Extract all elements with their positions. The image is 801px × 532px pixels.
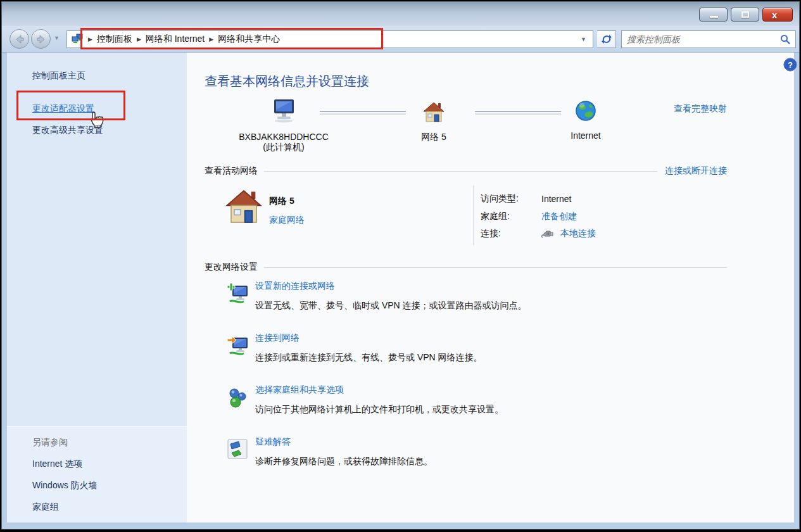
new-connection-icon [226,281,250,312]
house-icon [422,101,445,124]
active-network-name: 网络 5 [269,196,294,207]
magnifier-icon[interactable] [780,34,795,44]
screen-edge [0,529,801,532]
breadcrumb-separator[interactable]: ▶ [137,36,141,42]
change-settings-caption: 更改网络设置 [205,262,258,273]
see-also-panel: 另请参阅 Internet 选项 Windows 防火墙 家庭组 [7,426,187,522]
task-title-connect-to-network[interactable]: 连接到网络 [255,332,482,344]
sidebar-item-control-panel-home[interactable]: 控制面板主页 [32,70,85,82]
refresh-icon [602,34,612,44]
access-type-label: 访问类型: [481,193,536,205]
view-full-map-link[interactable]: 查看完整映射 [674,103,727,115]
see-also-title: 另请参阅 [32,437,68,448]
window-controls: x [696,8,793,22]
page-title: 查看基本网络信息并设置连接 [205,73,369,90]
active-network-category-link[interactable]: 家庭网络 [269,215,305,226]
access-type-value: Internet [541,194,571,204]
sidebar-item-homegroup[interactable]: 家庭组 [32,502,59,513]
map-connector-line [320,111,406,115]
house-icon [225,187,263,226]
address-dropdown-arrow[interactable]: ▼ [574,36,593,42]
task-title-setup-new-connection[interactable]: 设置新的连接或网络 [255,281,527,292]
troubleshoot-icon [226,436,250,467]
search-input[interactable] [622,31,780,48]
computer-icon [270,98,298,124]
ethernet-icon [541,229,555,238]
sidebar-item-windows-firewall[interactable]: Windows 防火墙 [32,480,98,491]
forward-button[interactable] [31,29,51,49]
divider [264,267,727,268]
back-button[interactable] [9,29,29,49]
main-panel: 查看基本网络信息并设置连接 ? BXBJAKK8HDDH [187,53,794,522]
breadcrumb-network-sharing-center[interactable]: 网络和共享中心 [218,34,280,45]
task-desc-choose-homegroup-sharing: 访问位于其他网络计算机上的文件和打印机，或更改共享设置。 [255,404,503,415]
task-desc-connect-to-network: 连接到或重新连接到无线、有线、拨号或 VPN 网络连接。 [255,352,482,364]
detail-row-homegroup: 家庭组: 准备创建 [481,211,577,222]
svg-text:?: ? [788,60,793,70]
minimize-icon [710,16,718,18]
detail-row-connections: 连接: 本地连接 [481,228,596,239]
globe-icon [574,99,597,122]
content-area: 控制面板主页 更改适配器设置 更改高级共享设置 另请参阅 Internet 选项… [7,53,794,522]
breadcrumb-root-arrow[interactable]: ▶ [88,36,92,42]
search-box [621,30,796,48]
sidebar-item-internet-options[interactable]: Internet 选项 [32,459,82,470]
help-button[interactable]: ? [783,58,797,73]
task-setup-new-connection[interactable]: 设置新的连接或网络 设置无线、宽带、拨号、临时或 VPN 连接；或设置路由器或访… [226,281,527,312]
connect-disconnect-link[interactable]: 连接或断开连接 [665,165,727,177]
address-bar[interactable]: ▶ 控制面板 ▶ 网络和 Internet ▶ 网络和共享中心 ▼ [66,30,593,48]
local-connection-link[interactable]: 本地连接 [560,228,596,239]
network-location-icon [71,34,84,45]
divider [264,171,657,172]
active-network-icon[interactable] [225,187,263,228]
breadcrumb-network-internet[interactable]: 网络和 Internet [146,34,205,45]
homegroup-label: 家庭组: [481,211,536,222]
homegroup-ready-link[interactable]: 准备创建 [541,211,577,222]
sidebar: 控制面板主页 更改适配器设置 更改高级共享设置 另请参阅 Internet 选项… [7,53,187,522]
navigation-bar: ▼ ▶ 控制面板 ▶ 网络和 Internet ▶ 网络和共享中心 ▼ [2,26,799,53]
computer-sub-label: (此计算机) [224,142,344,153]
breadcrumb-control-panel[interactable]: 控制面板 [97,34,132,45]
detail-row-access-type: 访问类型: Internet [481,193,571,205]
maximize-icon [741,11,749,18]
sidebar-item-change-adapter-settings[interactable]: 更改适配器设置 [32,103,94,115]
recent-pages-chevron[interactable]: ▼ [54,35,60,41]
back-arrow-icon [14,34,25,45]
active-networks-header: 查看活动网络 连接或断开连接 [205,165,727,177]
task-choose-homegroup-sharing[interactable]: 选择家庭组和共享选项 访问位于其他网络计算机上的文件和打印机，或更改共享设置。 [226,384,503,415]
title-bar: x [2,2,799,26]
sidebar-item-change-advanced-sharing[interactable]: 更改高级共享设置 [32,125,103,136]
task-title-choose-homegroup-sharing[interactable]: 选择家庭组和共享选项 [255,384,503,396]
task-connect-to-network[interactable]: 连接到网络 连接到或重新连接到无线、有线、拨号或 VPN 网络连接。 [226,332,482,364]
divider [473,186,474,245]
internet-label: Internet [548,130,624,141]
breadcrumb-separator[interactable]: ▶ [209,36,213,42]
task-desc-setup-new-connection: 设置无线、宽带、拨号、临时或 VPN 连接；或设置路由器或访问点。 [255,300,527,312]
map-node-this-computer[interactable]: BXBJAKK8HDDHCCC (此计算机) [224,98,344,153]
minimize-button[interactable] [699,8,728,22]
change-settings-header: 更改网络设置 [205,262,727,273]
computer-name-label: BXBJAKK8HDDHCCC [224,132,344,142]
close-button[interactable]: x [762,8,793,22]
map-node-internet[interactable]: Internet [548,99,624,141]
refresh-button[interactable] [597,30,616,48]
connect-network-icon [226,332,250,364]
task-desc-troubleshoot: 诊断并修复网络问题，或获得故障排除信息。 [255,456,432,467]
connections-label: 连接: [481,228,536,239]
homegroup-icon [226,384,250,415]
task-troubleshoot[interactable]: 疑难解答 诊断并修复网络问题，或获得故障排除信息。 [226,436,432,467]
map-node-network[interactable]: 网络 5 [396,101,472,143]
explorer-window: x ▼ ▶ 控制面板 ▶ 网络和 Internet ▶ [1,1,800,529]
help-icon: ? [783,58,797,72]
task-title-troubleshoot[interactable]: 疑难解答 [255,436,432,448]
network-name-label: 网络 5 [396,132,472,143]
close-icon: x [772,10,777,20]
maximize-button[interactable] [731,8,759,22]
forward-arrow-icon [35,34,47,45]
active-networks-caption: 查看活动网络 [205,165,258,177]
